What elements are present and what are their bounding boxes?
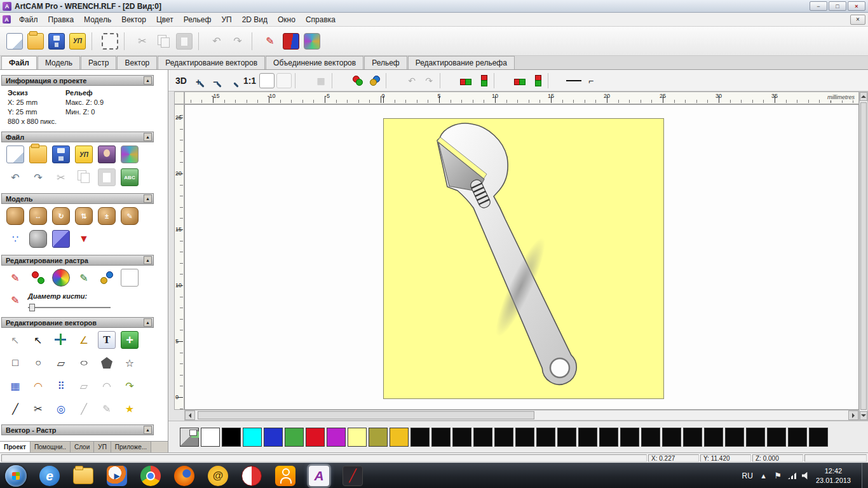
vector-icon-join[interactable]: ╱	[6, 400, 24, 417]
collapse-icon[interactable]: ▲	[144, 256, 152, 264]
menu-item-edit[interactable]: Правка	[43, 13, 79, 26]
raster-icon-swatch-blank[interactable]	[121, 269, 139, 287]
panel-tab-layers[interactable]: Слои	[71, 442, 94, 452]
taskbar-app-odnoklassniki[interactable]	[275, 466, 295, 486]
section-header-project-info[interactable]: Информация о проекте ▲	[1, 75, 154, 86]
view-tool-weld-4[interactable]	[529, 73, 545, 88]
section-header-model[interactable]: Модель ▲	[1, 193, 154, 204]
colour-swatch-black[interactable]	[222, 428, 241, 447]
colour-swatch-olive[interactable]	[369, 428, 388, 447]
section-header-vector-raster[interactable]: Вектор - Растр ▲	[1, 424, 154, 435]
colour-swatch[interactable]	[431, 428, 451, 447]
colour-swatch[interactable]	[578, 428, 597, 447]
toolbar-icon-save[interactable]	[48, 33, 65, 50]
scroll-right-arrow[interactable]	[848, 410, 858, 420]
colour-swatch-cyan[interactable]	[243, 428, 262, 447]
file-icon-cut[interactable]: ✂	[52, 168, 70, 186]
show-desktop-button[interactable]	[862, 463, 868, 488]
toolbar-icon-copy[interactable]	[155, 33, 172, 50]
menu-item-toolpaths[interactable]: УП	[216, 13, 236, 26]
file-icon-wizard[interactable]	[121, 146, 139, 163]
model-page[interactable]	[383, 118, 664, 399]
view-tool-weld-1[interactable]	[458, 73, 473, 88]
child-close-button[interactable]: ×	[850, 15, 865, 25]
vector-icon-tool-b[interactable]: ◠	[98, 377, 116, 395]
model-icon-invert[interactable]: ⇅	[75, 207, 93, 225]
colour-swatch[interactable]	[788, 428, 807, 447]
section-header-file[interactable]: Файл ▲	[1, 132, 154, 142]
view-tool-weld-3[interactable]	[512, 73, 527, 88]
language-indicator[interactable]: RU	[742, 471, 753, 480]
file-icon-undo[interactable]: ↶	[6, 168, 24, 186]
maximize-button[interactable]: □	[829, 1, 846, 11]
tab-relief[interactable]: Рельеф	[364, 56, 407, 69]
colour-swatch[interactable]	[410, 428, 430, 447]
vector-icon-select[interactable]: ↖	[6, 331, 24, 349]
tab-vector[interactable]: Вектор	[117, 56, 157, 69]
colour-swatch[interactable]	[557, 428, 576, 447]
vector-icon-tool-a[interactable]: ▱	[75, 377, 93, 395]
raster-icon-palette[interactable]	[52, 269, 70, 287]
view-tool-toggle-vectors[interactable]	[367, 73, 383, 88]
model-icon-rotary[interactable]: ▼	[75, 230, 93, 248]
menu-item-help[interactable]: Справка	[301, 13, 341, 26]
menu-item-file[interactable]: Файл	[14, 13, 43, 26]
model-icon-scale[interactable]: ±	[98, 207, 116, 225]
view-tool-line-style[interactable]: ⌐	[583, 73, 599, 88]
taskbar-app-internet-explorer[interactable]: e	[39, 466, 60, 486]
view-tool-weld-2[interactable]	[475, 73, 491, 88]
scroll-left-arrow[interactable]	[185, 410, 195, 420]
brush-diameter-slider[interactable]	[28, 303, 111, 312]
model-icon-set-size[interactable]	[6, 207, 24, 225]
vector-icon-dot-grid[interactable]: ⠿	[52, 377, 70, 395]
raster-icon-link-colours[interactable]	[98, 269, 116, 287]
file-icon-face-wizard[interactable]	[98, 146, 116, 163]
view-tool-redo[interactable]: ↷	[421, 73, 437, 88]
clock[interactable]: 12:42 23.01.2013	[816, 466, 851, 485]
view-tool-zoom-in[interactable]: +	[191, 73, 206, 88]
colour-swatch[interactable]	[473, 428, 492, 447]
taskbar-app-graphics-editor[interactable]: ╱	[342, 466, 363, 486]
raster-icon-texture-paint[interactable]: ✎	[75, 269, 93, 287]
taskbar-app-firefox[interactable]	[174, 466, 194, 486]
vector-icon-transform[interactable]	[52, 331, 70, 349]
view-tool-zoom-out[interactable]: −	[208, 73, 223, 88]
colour-swatch[interactable]	[767, 428, 786, 447]
vector-icon-node-edit[interactable]: ↖	[29, 331, 47, 349]
collapse-icon[interactable]: ▲	[144, 318, 152, 327]
toolbar-icon-paste[interactable]	[176, 33, 193, 50]
colour-swatch-white[interactable]	[201, 428, 220, 447]
horizontal-scrollbar[interactable]	[184, 410, 859, 421]
vector-icon-trim[interactable]: ✂	[29, 400, 47, 417]
colour-swatch[interactable]	[683, 428, 702, 447]
menu-item-vector[interactable]: Вектор	[116, 13, 151, 26]
colour-swatch[interactable]	[746, 428, 765, 447]
colour-swatch[interactable]	[704, 428, 723, 447]
file-icon-open[interactable]	[29, 146, 47, 163]
colour-swatch-gold[interactable]	[390, 428, 409, 447]
view-tool-zoom-window[interactable]	[225, 73, 240, 88]
model-icon-rotate[interactable]: ↻	[52, 207, 70, 225]
toolbar-icon-redo[interactable]: ↷	[229, 33, 246, 50]
file-icon-copy[interactable]	[75, 168, 93, 186]
toolbar-icon-undo[interactable]: ↶	[208, 33, 225, 50]
model-icon-mirror[interactable]: ↔	[29, 207, 47, 225]
taskbar-app-media-player[interactable]: ▶	[107, 466, 127, 486]
toolbar-icon-marquee[interactable]	[102, 33, 118, 50]
toolbar-icon-cut[interactable]: ✂	[134, 33, 151, 50]
taskbar-app-mail-agent[interactable]: @	[208, 466, 228, 486]
colour-swatch[interactable]	[536, 428, 555, 447]
vector-icon-create-text[interactable]: T	[98, 331, 116, 349]
view-tool-line-width[interactable]	[566, 73, 581, 88]
scroll-up-arrow[interactable]	[860, 92, 867, 101]
colour-swatch[interactable]	[725, 428, 744, 447]
collapse-icon[interactable]: ▲	[144, 194, 152, 203]
view-tool-frame-on[interactable]	[259, 73, 275, 88]
colour-swatch-blue[interactable]	[264, 428, 283, 447]
colour-swatch-magenta[interactable]	[327, 428, 346, 447]
colour-swatch[interactable]	[599, 428, 618, 447]
menu-item-colour[interactable]: Цвет	[151, 13, 179, 26]
toolbar-icon-toolpath[interactable]: УП	[69, 33, 86, 50]
panel-tab-project[interactable]: Проект	[0, 442, 31, 452]
tab-model[interactable]: Модель	[37, 56, 80, 69]
